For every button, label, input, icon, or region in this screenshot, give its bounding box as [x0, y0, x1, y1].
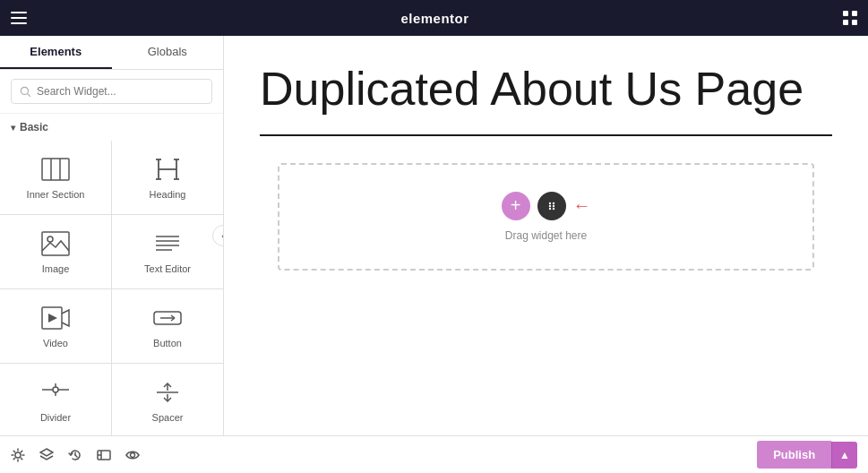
- arrow-icon: ←: [573, 195, 591, 216]
- eye-icon[interactable]: [125, 450, 140, 460]
- image-icon: [41, 229, 70, 258]
- svg-point-44: [552, 208, 554, 210]
- widget-spacer[interactable]: Spacer: [112, 364, 223, 435]
- page-divider: [260, 134, 832, 136]
- publish-arrow-button[interactable]: ▲: [831, 442, 857, 469]
- heading-icon: [153, 155, 182, 184]
- svg-rect-6: [852, 20, 857, 25]
- svg-rect-2: [11, 22, 27, 24]
- top-bar: elementor: [0, 0, 868, 36]
- canvas-inner: Duplicated About Us Page +: [224, 36, 868, 435]
- publish-button[interactable]: Publish: [757, 441, 831, 469]
- layers-icon[interactable]: [39, 448, 54, 462]
- search-input[interactable]: [11, 79, 212, 104]
- drag-handle[interactable]: [537, 192, 566, 220]
- svg-marker-24: [48, 314, 57, 322]
- widget-image[interactable]: Image: [0, 215, 111, 288]
- svg-point-18: [47, 236, 53, 242]
- widget-grid: Inner Section Heading: [0, 141, 223, 435]
- sidebar: Elements Globals ▾ Basic: [0, 36, 224, 435]
- video-icon: [41, 304, 70, 332]
- widget-label-text-editor: Text Editor: [144, 263, 191, 274]
- publish-btn-group: Publish ▲: [757, 441, 857, 469]
- widget-button[interactable]: Button: [112, 289, 223, 363]
- svg-point-41: [548, 205, 550, 207]
- inner-section-icon: [41, 155, 70, 184]
- button-icon: [153, 304, 182, 332]
- svg-rect-7: [42, 159, 69, 180]
- svg-rect-3: [843, 11, 848, 16]
- svg-marker-46: [40, 449, 53, 456]
- chevron-down-icon: ▾: [11, 123, 15, 133]
- svg-point-30: [53, 387, 58, 392]
- widget-inner-section[interactable]: Inner Section: [0, 141, 111, 214]
- widget-label-divider: Divider: [40, 412, 71, 423]
- add-widget-button[interactable]: +: [502, 192, 530, 220]
- drop-zone-controls: + ←: [502, 192, 591, 220]
- svg-point-42: [552, 205, 554, 207]
- tab-globals[interactable]: Globals: [112, 36, 224, 69]
- svg-rect-4: [852, 11, 857, 16]
- page-title: Duplicated About Us Page: [260, 63, 832, 116]
- widget-video[interactable]: Video: [0, 289, 111, 363]
- widget-label-heading: Heading: [150, 189, 186, 200]
- svg-point-40: [552, 202, 554, 204]
- grid-icon[interactable]: [843, 11, 857, 25]
- sidebar-tabs: Elements Globals: [0, 36, 223, 70]
- widget-label-image: Image: [42, 263, 70, 274]
- hamburger-icon[interactable]: [11, 12, 27, 24]
- svg-point-45: [15, 452, 21, 458]
- svg-rect-0: [11, 12, 27, 13]
- widget-heading[interactable]: Heading: [112, 141, 223, 214]
- widget-label-button: Button: [153, 338, 182, 348]
- svg-rect-5: [843, 20, 848, 25]
- divider-icon: [41, 378, 70, 407]
- search-area: [0, 70, 223, 114]
- text-editor-icon: [153, 229, 182, 258]
- drop-zone: + ← Drag widget here: [278, 163, 814, 271]
- widget-divider[interactable]: Divider: [0, 364, 111, 435]
- main-layout: Elements Globals ▾ Basic: [0, 36, 868, 435]
- svg-point-43: [548, 208, 550, 210]
- svg-point-52: [131, 452, 135, 457]
- responsive-icon[interactable]: [97, 448, 111, 462]
- settings-icon[interactable]: [11, 448, 25, 462]
- tab-elements[interactable]: Elements: [0, 36, 112, 69]
- widget-label-spacer: Spacer: [152, 412, 184, 423]
- widget-text-editor[interactable]: Text Editor: [112, 215, 223, 288]
- canvas-area: Duplicated About Us Page +: [224, 36, 868, 435]
- widget-label-inner-section: Inner Section: [27, 189, 85, 200]
- history-icon[interactable]: [68, 448, 82, 462]
- svg-line-48: [75, 455, 77, 457]
- drop-zone-label: Drag widget here: [505, 229, 587, 242]
- widget-label-video: Video: [43, 338, 68, 348]
- svg-rect-17: [42, 232, 69, 255]
- bottom-bar: Publish ▲: [0, 435, 868, 473]
- bottom-bar-left: [11, 448, 140, 462]
- section-label-basic: ▾ Basic: [0, 114, 223, 141]
- svg-rect-1: [11, 17, 27, 19]
- svg-point-39: [548, 202, 550, 204]
- spacer-icon: [153, 378, 182, 407]
- app-title: elementor: [400, 11, 468, 26]
